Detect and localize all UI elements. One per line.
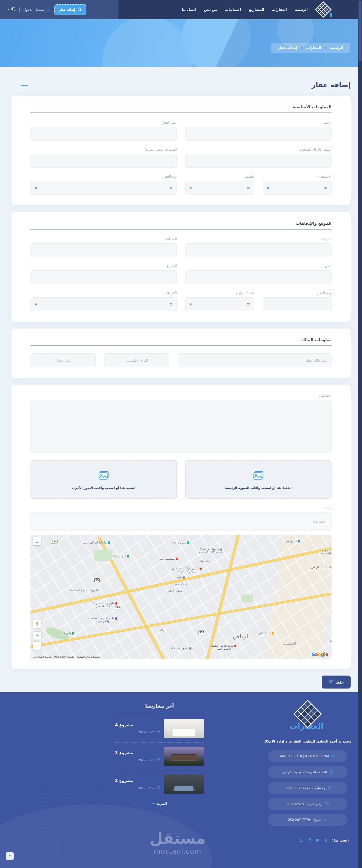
- map-label[interactable]: النخيل مول: [285, 540, 300, 542]
- breadcrumb-properties[interactable]: العقارات: [306, 46, 321, 50]
- project-name[interactable]: مشروع 4: [115, 723, 160, 727]
- company-description: مجموعة أحمد البجادي للتطوير العقاري و إد…: [264, 739, 352, 743]
- whatsapp-icon: [328, 786, 332, 791]
- facebook-icon[interactable]: [324, 838, 328, 842]
- footer-logo[interactable]: العقارات: [292, 704, 324, 736]
- other-images-dropzone[interactable]: اضغط هنا أو اسحب وأفلت الصور الأخرى: [30, 460, 177, 499]
- map-search-input[interactable]: [30, 513, 332, 530]
- map-label[interactable]: الكلية التقنية بالرياض: [311, 566, 332, 569]
- address-pill[interactable]: المملكة العربية السعودية - الرياض: [268, 766, 347, 778]
- area-input[interactable]: [30, 154, 177, 167]
- map-zoom-out-button[interactable]: −: [33, 642, 41, 650]
- project-name[interactable]: مشروع 3: [115, 750, 160, 755]
- property-number-input[interactable]: [262, 297, 332, 311]
- page-title: إضافة عقار: [11, 81, 351, 89]
- nav-item-projects[interactable]: المشاريع: [249, 8, 264, 12]
- map-shortcuts-link[interactable]: اختصارات لوحة المفاتيح: [77, 655, 101, 658]
- usage-select[interactable]: ≡∨: [262, 181, 332, 194]
- mail-icon: [331, 754, 335, 759]
- category-select[interactable]: ≡∨: [185, 181, 254, 194]
- home-plus-icon: [77, 7, 81, 12]
- page-footer: آخر مشاريعنا مشروع 4 2022-08-01 مشروع 3 …: [0, 692, 362, 868]
- google-map[interactable]: النخيل مول ونتر وندرلاند بوليفارد الرياض…: [30, 535, 332, 659]
- map-label[interactable]: ونتر وندرلاند: [173, 541, 190, 544]
- map-label[interactable]: بيت الشاورما: [256, 632, 274, 635]
- owner-email-input[interactable]: [104, 353, 169, 367]
- map-terms-link[interactable]: شروط الاستخدام: [34, 655, 51, 658]
- project-row[interactable]: مشروع 3 2022-08-01: [115, 742, 204, 770]
- map-label[interactable]: مستشفى دله: [160, 557, 178, 560]
- owner-phone-input[interactable]: [30, 353, 96, 367]
- mobile-pill[interactable]: الجوال 050 267 7779: [268, 814, 347, 826]
- scrollbar-thumb[interactable]: [359, 1, 361, 61]
- project-row[interactable]: مشروع 4 2022-08-01: [115, 715, 204, 742]
- project-thumbnail[interactable]: [164, 747, 204, 766]
- map-label[interactable]: كراون بلازا الرياض فندق ومركز مؤتمرات: [171, 567, 203, 573]
- project-thumbnail[interactable]: [164, 775, 204, 794]
- street-input[interactable]: [30, 270, 177, 284]
- city-input[interactable]: [185, 243, 332, 257]
- nav-item-contact[interactable]: اتصل بنا: [182, 8, 196, 12]
- nav-item-properties[interactable]: العقارات: [272, 8, 287, 12]
- instagram-icon[interactable]: [307, 838, 312, 842]
- language-selector[interactable]: [7, 7, 16, 12]
- nav-item-about[interactable]: من نحن: [204, 8, 217, 12]
- map-label[interactable]: الرائد: [160, 628, 167, 632]
- twitter-icon[interactable]: [315, 838, 320, 842]
- streets-count-select[interactable]: ≡∨: [185, 297, 254, 311]
- whatsapp-pill[interactable]: واتساب +9660507577770: [268, 782, 347, 794]
- project-name[interactable]: مشروع 2: [115, 778, 160, 783]
- breadcrumb-home[interactable]: الرئيسة: [330, 46, 343, 50]
- map-label[interactable]: مركز الرياض الدولي للمؤتمرات والمعارض: [313, 549, 332, 554]
- map-park: [94, 550, 112, 561]
- map-label[interactable]: رويال مول: [175, 582, 187, 585]
- project-thumbnail[interactable]: [164, 719, 204, 738]
- name-input[interactable]: [185, 127, 332, 141]
- nav-item-home[interactable]: الرئيسة: [295, 8, 308, 12]
- map-label[interactable]: وادي حنيفة: [59, 632, 74, 635]
- map-label[interactable]: جامع الملك خالد: [170, 647, 191, 650]
- map-label[interactable]: الغربية - حارة الجامعة: [70, 588, 99, 592]
- login-link[interactable]: تسجيل الدخول: [23, 7, 51, 12]
- main-nav: الرئيسة العقارات المشاريع احصائيات من نح…: [182, 0, 308, 19]
- project-row[interactable]: مشروع 2 2022-08-01: [115, 770, 204, 798]
- chevron-up-icon: ⌃: [8, 854, 11, 858]
- mostaql-watermark: مستقل mostaql.com: [149, 829, 206, 855]
- nav-item-stats[interactable]: احصائيات: [225, 8, 241, 12]
- map-city-label[interactable]: الرياض: [233, 633, 250, 640]
- contact-us-label: اتصل بنا :: [332, 838, 349, 842]
- region-input[interactable]: [30, 243, 177, 257]
- map-fullscreen-button[interactable]: ⛶: [33, 537, 41, 545]
- email-pill[interactable]: AM1_ALBIJADL@HOTMAIL.COM: [268, 750, 347, 763]
- map-label[interactable]: مركز الدكتور سليمان الحبيب الطبي: [208, 644, 238, 650]
- map-label[interactable]: أسواق الأندلس: [167, 590, 183, 592]
- whatsapp-icon[interactable]: [300, 838, 304, 842]
- map-label[interactable]: حياة مول: [200, 560, 210, 562]
- map-label[interactable]: قرية سوق كل شيء بـ2ريال الفرع الرئيسي: [197, 547, 226, 553]
- save-button[interactable]: حفظ: [322, 676, 351, 688]
- property-type-select[interactable]: ≡∨: [30, 181, 177, 194]
- page-scrollbar[interactable]: [358, 0, 362, 868]
- map-label[interactable]: طيبة: [177, 576, 185, 579]
- brand-logo[interactable]: [315, 2, 331, 18]
- main-image-dropzone[interactable]: اضغط هنا أو اسحب وأفلت الصورة الرئيسة: [185, 460, 332, 499]
- map-pegman-control[interactable]: [33, 620, 41, 628]
- price-input[interactable]: [185, 154, 332, 167]
- unified-number-pill[interactable]: الرقم الموحد 920002313: [268, 798, 347, 810]
- map-label[interactable]: بوليفارد الرياض سيتي: [83, 541, 110, 544]
- property-age-input[interactable]: [30, 127, 177, 141]
- directions-select[interactable]: ≡∨: [30, 297, 177, 311]
- map-label[interactable]: مطعم الشرفة: [330, 639, 332, 642]
- map-label[interactable]: السليمانية: [283, 642, 296, 645]
- back-to-top-button[interactable]: ⌃: [6, 852, 14, 860]
- map-zoom-in-button[interactable]: +: [33, 631, 41, 640]
- district-input[interactable]: [185, 270, 332, 284]
- owner-name-input[interactable]: [178, 353, 332, 367]
- more-link[interactable]: المزيد←: [115, 802, 204, 806]
- details-textarea[interactable]: [30, 400, 332, 453]
- map-attribution: اختصارات لوحة المفاتيح Map data ©2022 شر…: [34, 655, 101, 658]
- map-label[interactable]: الرياض بارك: [112, 555, 129, 557]
- map-data-text: Map data ©2022: [54, 655, 75, 658]
- add-property-button[interactable]: إضافة عقار: [54, 4, 86, 15]
- map-label[interactable]: قاعة الحرمي للمناسبات والمؤتمرات: [87, 617, 119, 623]
